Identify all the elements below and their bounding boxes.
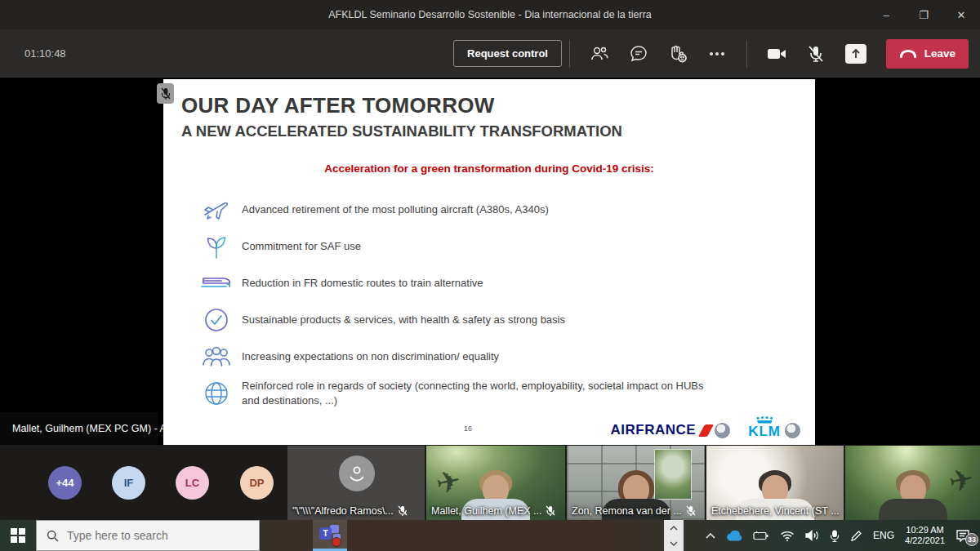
klm-logo: KLM xyxy=(748,416,800,438)
notification-count-badge: 33 xyxy=(965,533,978,546)
taskbar-clock[interactable]: 10:29 AM 4/22/2021 xyxy=(905,525,945,546)
airfrance-logo: AIRFRANCE xyxy=(611,422,731,438)
camera-icon[interactable] xyxy=(767,44,786,64)
teams-app-icon: T xyxy=(319,525,341,544)
overflow-participants-avatar[interactable]: +44 xyxy=(48,466,82,500)
presentation-slide: OUR DAY AFTER TOMORROW A NEW ACCELERATED… xyxy=(163,79,815,445)
clock-time: 10:29 AM xyxy=(905,525,945,535)
participant-strip: +44 IF LC DP "\"\\\"Alfredo Ramos\... xyxy=(0,445,980,520)
participant-name: Zon, Remona van der ... xyxy=(572,505,682,517)
tray-expand-icon[interactable] xyxy=(706,532,715,539)
chat-icon[interactable] xyxy=(629,44,648,64)
video-tile[interactable]: Zon, Remona van der ... xyxy=(567,446,705,520)
muted-mic-icon xyxy=(398,505,408,517)
people-icon xyxy=(199,345,234,368)
teams-meeting-window: AFKLDL Seminario Desarrollo Sostenible -… xyxy=(0,0,980,551)
participant-name: Etchebehere, Vincent (ST ... xyxy=(711,505,840,517)
airfrance-wordmark: AIRFRANCE xyxy=(611,422,697,438)
request-control-button[interactable]: Request control xyxy=(453,40,562,67)
participants-icon[interactable] xyxy=(590,44,609,64)
bullet-item: Sustainable products & services, with he… xyxy=(199,301,815,338)
pen-icon[interactable] xyxy=(850,530,862,542)
microphone-muted-icon[interactable] xyxy=(806,44,826,64)
raise-hand-icon[interactable] xyxy=(668,44,688,64)
person-avatar-icon xyxy=(339,455,375,491)
scroll-up-icon[interactable] xyxy=(664,520,684,535)
bullet-item: Reduction in FR domestic routes to train… xyxy=(199,264,815,301)
bullet-text: Reduction in FR domestic routes to train… xyxy=(242,276,483,291)
notification-dot xyxy=(332,537,341,547)
taskbar-search[interactable] xyxy=(36,520,260,551)
clock-date: 4/22/2021 xyxy=(905,535,945,546)
participant-avatar[interactable]: DP xyxy=(240,466,274,500)
presenter-name: Mallet, Guilhem (MEX PC GM) - AF xyxy=(0,423,173,434)
slide-highlight-text: Acceleration for a green transformation … xyxy=(163,162,815,175)
bullet-item: Increasing expectations on non discrimin… xyxy=(199,338,815,375)
more-options-icon[interactable] xyxy=(707,44,727,64)
meeting-timer: 01:10:48 xyxy=(24,47,66,60)
battery-icon[interactable] xyxy=(753,531,769,540)
wifi-icon[interactable] xyxy=(780,531,795,541)
speaker-icon[interactable] xyxy=(805,530,819,541)
title-bar: AFKLDL Seminario Desarrollo Sostenible -… xyxy=(0,0,980,29)
tray-microphone-icon[interactable] xyxy=(830,530,840,542)
muted-mic-icon xyxy=(686,505,696,517)
participant-name: "\"\\\"Alfredo Ramos\... xyxy=(292,505,394,517)
leave-button[interactable]: Leave xyxy=(886,39,969,69)
shared-screen-stage: OUR DAY AFTER TOMORROW A NEW ACCELERATED… xyxy=(0,78,980,445)
close-button[interactable]: ✕ xyxy=(942,0,980,29)
presenter-name-overlay: Mallet, Guilhem (MEX PC GM) - AF xyxy=(0,412,158,445)
language-indicator[interactable]: ENG xyxy=(873,530,894,541)
toolbar-divider xyxy=(746,40,747,68)
hang-up-icon xyxy=(899,49,917,59)
airplane-silhouette-icon: ✈ xyxy=(433,463,464,501)
bullet-text: Increasing expectations on non discrimin… xyxy=(242,349,499,364)
share-screen-icon[interactable] xyxy=(845,44,866,64)
bullet-text: Commitment for SAF use xyxy=(242,239,361,254)
search-input[interactable] xyxy=(67,529,238,542)
slide-bullet-list: Advanced retirement of the most pollutin… xyxy=(199,191,815,411)
video-tile[interactable]: ✈ Mallet, Guilhem (MEX ... xyxy=(426,446,565,520)
slide-title: OUR DAY AFTER TOMORROW xyxy=(181,93,815,118)
participant-avatar[interactable]: LC xyxy=(176,466,209,500)
meeting-toolbar: 01:10:48 Request control xyxy=(0,29,980,78)
skyteam-emblem-icon xyxy=(715,423,730,438)
system-tray: ENG 10:29 AM 4/22/2021 33 xyxy=(706,520,975,551)
bullet-text: Sustainable products & services, with he… xyxy=(242,313,565,327)
klm-wordmark: KLM xyxy=(748,424,781,438)
toolbar-actions: Leave xyxy=(569,29,969,78)
bullet-item: Reinforced role in regards of society (c… xyxy=(199,375,815,411)
bullet-item: Commitment for SAF use xyxy=(199,228,815,264)
globe-icon xyxy=(199,380,234,407)
scroll-down-icon[interactable] xyxy=(664,535,684,551)
skyteam-emblem-icon xyxy=(785,423,800,438)
bullet-item: Advanced retirement of the most pollutin… xyxy=(199,191,815,228)
klm-wordmark-stack: KLM xyxy=(748,416,781,438)
action-center-icon[interactable]: 33 xyxy=(956,529,975,542)
vertical-scrollbar[interactable] xyxy=(664,520,684,551)
airplane-silhouette-icon: ✈ xyxy=(946,461,977,500)
seedling-icon xyxy=(199,233,234,260)
bullet-text: Advanced retirement of the most pollutin… xyxy=(242,202,549,217)
windows-logo-icon xyxy=(11,528,25,543)
onedrive-icon[interactable] xyxy=(726,531,742,541)
video-tile[interactable]: Etchebehere, Vincent (ST ... xyxy=(706,446,844,520)
bullet-text: Reinforced role in regards of society (c… xyxy=(242,379,724,407)
search-icon xyxy=(47,530,59,542)
window-controls: – ❐ ✕ xyxy=(867,0,980,29)
minimize-button[interactable]: – xyxy=(867,0,905,29)
taskbar-teams-app[interactable]: T xyxy=(313,520,347,551)
window-title: AFKLDL Seminario Desarrollo Sostenible -… xyxy=(0,9,980,20)
video-tile[interactable]: ✈ xyxy=(845,446,980,520)
airfrance-accent xyxy=(698,424,714,437)
restore-button[interactable]: ❐ xyxy=(905,0,942,29)
toolbar-divider xyxy=(569,40,570,68)
audio-only-participant-tile[interactable]: "\"\\\"Alfredo Ramos\... xyxy=(287,446,425,520)
presenter-muted-mic-icon xyxy=(157,83,174,104)
muted-mic-icon xyxy=(546,505,555,517)
slide-page-number: 16 xyxy=(464,424,472,433)
check-circle-icon xyxy=(199,307,234,333)
participant-avatar[interactable]: IF xyxy=(112,466,145,500)
start-button[interactable] xyxy=(0,520,36,551)
airplane-icon xyxy=(199,198,234,222)
